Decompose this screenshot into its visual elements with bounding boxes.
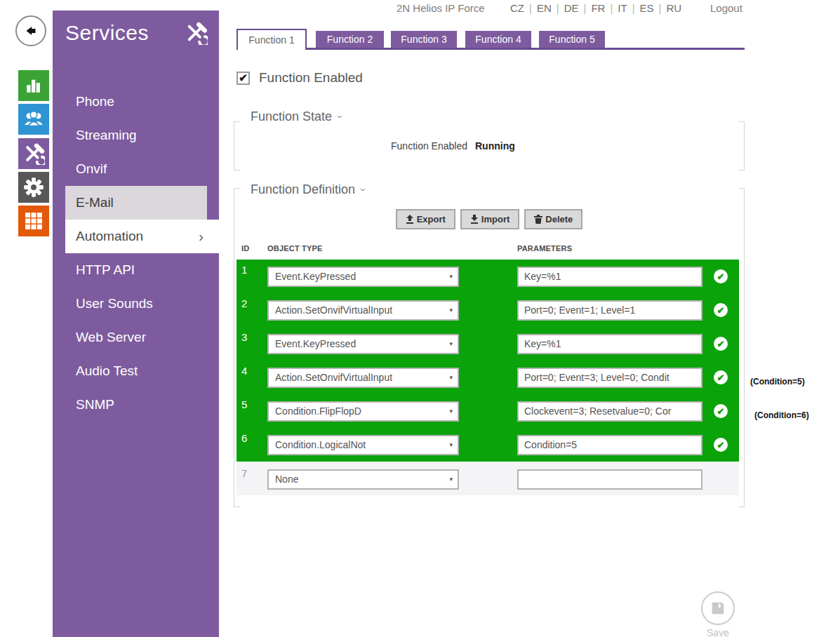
column-header-id: ID xyxy=(241,244,249,253)
lang-separator: | xyxy=(584,2,587,14)
definition-toolbar: Export Import Delete xyxy=(234,209,745,229)
language-link-cz[interactable]: CZ xyxy=(510,2,524,14)
floppy-disk-icon xyxy=(710,601,726,616)
automation-row: 4 Action.SetOnvifVirtualInput▾ ✔ xyxy=(237,361,739,394)
object-type-select[interactable]: None▾ xyxy=(267,469,459,490)
row-valid-check-icon: ✔ xyxy=(714,404,728,418)
bracket-right xyxy=(738,121,745,170)
automation-row: 6 Condition.LogicalNot▾ ✔ xyxy=(237,428,739,462)
select-arrow-icon: ▾ xyxy=(449,340,453,347)
select-arrow-icon: ▾ xyxy=(449,476,453,483)
row-id: 5 xyxy=(241,398,267,410)
lang-separator: | xyxy=(610,2,613,14)
rail-item-status[interactable] xyxy=(18,70,49,101)
function-definition-title[interactable]: Function Definition › xyxy=(251,182,370,197)
sidebar-item-audio-test[interactable]: Audio Test xyxy=(53,354,219,388)
parameters-input[interactable] xyxy=(517,435,702,455)
row-id: 6 xyxy=(241,432,267,444)
select-arrow-icon: ▾ xyxy=(449,374,453,381)
sidebar-item-snmp[interactable]: SNMP xyxy=(53,388,219,422)
language-link-fr[interactable]: FR xyxy=(591,2,605,14)
object-type-select[interactable]: Event.KeyPressed▾ xyxy=(267,267,459,287)
object-type-select[interactable]: Action.SetOnvifVirtualInput▾ xyxy=(267,300,459,321)
function-state-title[interactable]: Function State › xyxy=(251,109,347,124)
rail-item-system[interactable] xyxy=(18,172,49,203)
delete-button[interactable]: Delete xyxy=(524,209,582,229)
tab-function-1[interactable]: Function 1 xyxy=(237,29,307,50)
parameters-input[interactable] xyxy=(517,469,702,490)
language-link-de[interactable]: DE xyxy=(564,2,579,14)
tab-function-3[interactable]: Function 3 xyxy=(391,31,457,48)
tab-function-5[interactable]: Function 5 xyxy=(539,31,605,48)
sidebar-item-email[interactable]: E-Mail xyxy=(53,186,219,220)
rail-item-hardware[interactable] xyxy=(18,206,49,236)
services-tools-icon xyxy=(184,21,208,45)
state-row-value: Running xyxy=(475,140,515,152)
parameters-input[interactable] xyxy=(517,267,702,287)
sidebar-item-streaming[interactable]: Streaming xyxy=(53,119,219,152)
logout-link[interactable]: Logout xyxy=(710,2,742,14)
tools-icon xyxy=(22,142,45,165)
lang-separator: | xyxy=(529,2,532,14)
row-valid-check-icon: ✔ xyxy=(714,269,728,283)
lang-separator: | xyxy=(632,2,635,14)
row-id: 4 xyxy=(241,365,267,377)
select-arrow-icon: ▾ xyxy=(449,273,453,280)
automation-row: 1 Event.KeyPressed▾ ✔ xyxy=(237,260,739,293)
parameters-input[interactable] xyxy=(517,300,702,321)
tabs-underline xyxy=(237,48,745,50)
checkbox-check-icon: ✔ xyxy=(239,72,248,84)
grid-icon xyxy=(24,211,44,231)
back-button[interactable] xyxy=(15,15,46,46)
automation-row: 5 Condition.FlipFlopD▾ ✔ xyxy=(237,394,739,428)
language-link-ru[interactable]: RU xyxy=(666,2,681,14)
language-link-en[interactable]: EN xyxy=(537,2,552,14)
state-row-label: Function Enabled xyxy=(327,140,467,152)
sidebar: Services Phone Streaming Onvif E-Mail Au… xyxy=(53,11,219,637)
parameters-input[interactable] xyxy=(517,334,702,354)
sidebar-item-http-api[interactable]: HTTP API xyxy=(53,253,219,287)
sidebar-item-automation[interactable]: Automation› xyxy=(53,220,219,253)
parameters-input[interactable] xyxy=(517,401,702,422)
collapse-chevron-icon: › xyxy=(358,188,370,192)
object-type-select[interactable]: Action.SetOnvifVirtualInput▾ xyxy=(267,368,459,388)
save-label: Save xyxy=(697,627,739,638)
sidebar-title: Services xyxy=(65,21,149,45)
gear-icon xyxy=(22,176,45,199)
row-id: 3 xyxy=(241,331,267,343)
import-button[interactable]: Import xyxy=(460,209,519,229)
row-id: 1 xyxy=(241,264,267,276)
object-type-select[interactable]: Condition.FlipFlopD▾ xyxy=(267,401,459,422)
parameters-input[interactable] xyxy=(517,368,702,388)
object-type-select[interactable]: Condition.LogicalNot▾ xyxy=(267,435,459,455)
row-valid-check-icon: ✔ xyxy=(714,303,728,317)
language-link-it[interactable]: IT xyxy=(618,2,627,14)
tab-function-4[interactable]: Function 4 xyxy=(465,31,531,48)
row-valid-check-icon: ✔ xyxy=(714,370,728,384)
sidebar-item-web-server[interactable]: Web Server xyxy=(53,321,219,354)
object-type-select[interactable]: Event.KeyPressed▾ xyxy=(267,334,459,354)
function-enabled-checkbox[interactable]: ✔ xyxy=(237,72,250,85)
save-button[interactable] xyxy=(701,591,735,625)
select-arrow-icon: ▾ xyxy=(449,307,453,314)
rail-item-services[interactable] xyxy=(18,138,49,169)
section-function-state: Function State › Function Enabled Runnin… xyxy=(234,121,745,170)
rail-item-directory[interactable] xyxy=(18,104,49,135)
tab-function-2[interactable]: Function 2 xyxy=(316,31,384,48)
sidebar-item-onvif[interactable]: Onvif xyxy=(53,152,219,186)
export-button[interactable]: Export xyxy=(396,209,455,229)
sidebar-item-phone[interactable]: Phone xyxy=(53,85,219,119)
automation-row: 7 None▾ xyxy=(237,463,739,495)
language-link-es[interactable]: ES xyxy=(640,2,654,14)
collapse-chevron-icon: › xyxy=(335,115,347,119)
sidebar-item-user-sounds[interactable]: User Sounds xyxy=(53,287,219,321)
column-header-object-type: OBJECT TYPE xyxy=(267,244,323,253)
trash-icon xyxy=(534,215,542,224)
bracket-right xyxy=(738,188,745,507)
chevron-right-icon: › xyxy=(199,229,204,243)
sidebar-menu: Phone Streaming Onvif E-Mail Automation›… xyxy=(53,85,219,422)
save-control: Save xyxy=(697,591,739,638)
download-icon xyxy=(470,215,479,224)
page: Services Phone Streaming Onvif E-Mail Au… xyxy=(0,0,826,644)
back-arrow-icon xyxy=(22,22,40,40)
